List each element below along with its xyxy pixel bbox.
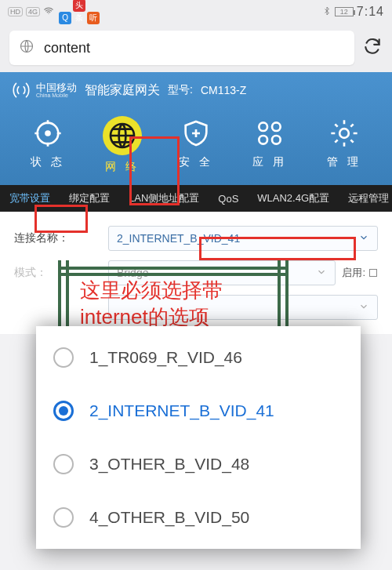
svg-point-2 bbox=[46, 132, 50, 136]
router-header: 中国移动 China Mobile 智能家庭网关 型号: CM113-Z 状 态… bbox=[0, 72, 392, 185]
nav-network[interactable]: 网 络 bbox=[95, 116, 150, 174]
globe-icon bbox=[103, 116, 142, 155]
shield-icon bbox=[179, 116, 213, 151]
radio-icon bbox=[53, 347, 74, 368]
notification-icons: Q头条听 bbox=[57, 0, 100, 24]
svg-point-6 bbox=[260, 136, 268, 144]
nav-network-label: 网 络 bbox=[105, 160, 140, 174]
tab-wlan[interactable]: WLAN2.4G配置 bbox=[248, 185, 339, 212]
carrier-name-cn: 中国移动 bbox=[36, 82, 77, 93]
model-label: 型号: bbox=[168, 83, 193, 97]
url-text: content bbox=[44, 40, 90, 56]
chevron-down-icon bbox=[358, 301, 369, 314]
chevron-down-icon bbox=[358, 232, 369, 245]
target-icon bbox=[31, 116, 65, 151]
android-status-bar: HD 4G Q头条听 12 7:14 bbox=[0, 0, 392, 24]
radio-icon bbox=[53, 401, 74, 421]
nav-status-label: 状 态 bbox=[31, 155, 65, 169]
main-nav: 状 态 网 络 安 全 应 用 管 理 bbox=[11, 116, 381, 174]
carrier-name-en: China Mobile bbox=[36, 93, 77, 98]
enable-label: 启用: bbox=[342, 266, 365, 280]
nav-security-label: 安 全 bbox=[179, 155, 213, 169]
nav-manage[interactable]: 管 理 bbox=[317, 116, 372, 174]
reload-button[interactable] bbox=[362, 36, 383, 60]
option-label: 4_OTHER_B_VID_50 bbox=[89, 508, 249, 527]
hd-indicator: HD bbox=[8, 7, 23, 16]
nav-apps[interactable]: 应 用 bbox=[242, 116, 297, 174]
option-label: 1_TR069_R_VID_46 bbox=[89, 348, 242, 367]
svg-point-4 bbox=[260, 122, 268, 131]
tab-remote[interactable]: 远程管理 bbox=[339, 185, 392, 212]
carrier-logo: 中国移动 China Mobile bbox=[11, 80, 77, 100]
annotation-line1: 这里必须选择带 bbox=[80, 278, 284, 304]
option-2[interactable]: 2_INTERNET_B_VID_41 bbox=[36, 384, 361, 437]
conn-name-select[interactable]: 2_INTERNET_B_VID_41 bbox=[108, 226, 378, 251]
tab-qos[interactable]: QoS bbox=[209, 185, 248, 212]
option-3[interactable]: 3_OTHER_B_VID_48 bbox=[36, 437, 361, 491]
chevron-down-icon bbox=[316, 267, 327, 280]
nav-status[interactable]: 状 态 bbox=[20, 116, 75, 174]
globe-icon bbox=[19, 38, 34, 57]
radio-icon bbox=[53, 454, 74, 474]
nav-apps-label: 应 用 bbox=[252, 155, 287, 169]
svg-point-7 bbox=[272, 136, 281, 144]
bluetooth-icon bbox=[322, 6, 332, 18]
nav-security[interactable]: 安 全 bbox=[169, 116, 223, 174]
url-field[interactable]: content bbox=[9, 31, 354, 65]
option-label: 2_INTERNET_B_VID_41 bbox=[89, 401, 274, 420]
radio-icon bbox=[53, 507, 74, 528]
nav-manage-label: 管 理 bbox=[327, 155, 361, 169]
apps-icon bbox=[252, 116, 287, 151]
tab-broadband[interactable]: 宽带设置 bbox=[0, 185, 60, 212]
svg-rect-9 bbox=[370, 270, 377, 277]
connection-options-sheet: 1_TR069_R_VID_46 2_INTERNET_B_VID_41 3_O… bbox=[36, 326, 361, 549]
conn-name-label: 连接名称： bbox=[14, 231, 108, 245]
battery-indicator: 12 bbox=[335, 7, 354, 16]
network-indicator: 4G bbox=[26, 7, 40, 16]
wifi-icon bbox=[43, 5, 54, 19]
sub-tabs: 宽带设置 绑定配置 LAN侧地址配置 QoS WLAN2.4G配置 远程管理 bbox=[0, 185, 392, 212]
svg-point-8 bbox=[339, 129, 349, 138]
conn-name-value: 2_INTERNET_B_VID_41 bbox=[117, 232, 240, 245]
browser-url-bar: content bbox=[0, 24, 392, 72]
option-1[interactable]: 1_TR069_R_VID_46 bbox=[36, 331, 361, 384]
product-title: 智能家庭网关 bbox=[85, 82, 160, 99]
model-value: CM113-Z bbox=[201, 84, 246, 96]
tab-bind[interactable]: 绑定配置 bbox=[60, 185, 119, 212]
svg-point-5 bbox=[272, 122, 281, 131]
clock: 7:14 bbox=[357, 5, 384, 19]
option-4[interactable]: 4_OTHER_B_VID_50 bbox=[36, 491, 361, 544]
gear-icon bbox=[327, 116, 361, 151]
tab-lan[interactable]: LAN侧地址配置 bbox=[119, 185, 209, 212]
option-label: 3_OTHER_B_VID_48 bbox=[89, 455, 249, 474]
enable-checkbox[interactable]: 启用: bbox=[342, 266, 378, 280]
